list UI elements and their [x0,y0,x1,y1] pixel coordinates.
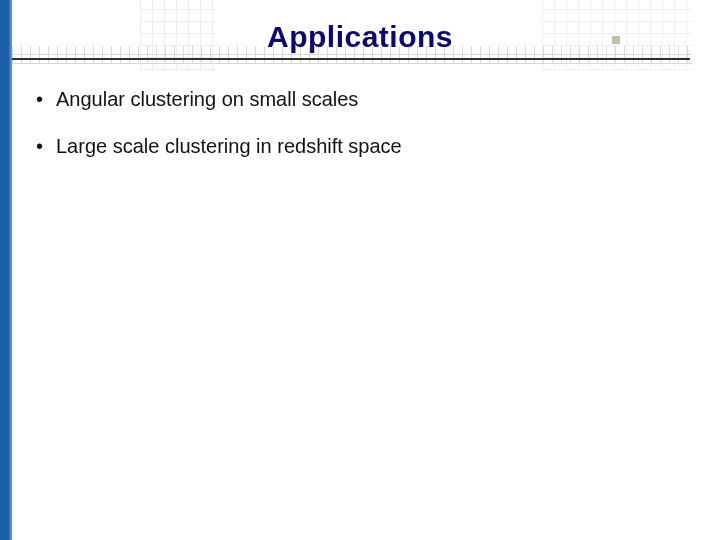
bullet-item: Large scale clustering in redshift space [30,133,690,160]
left-spine [0,0,12,540]
bullet-item: Angular clustering on small scales [30,86,690,113]
slide-title: Applications [0,20,720,54]
slide-body: Angular clustering on small scales Large… [30,86,690,180]
title-underline [12,58,690,60]
bullet-list: Angular clustering on small scales Large… [30,86,690,160]
